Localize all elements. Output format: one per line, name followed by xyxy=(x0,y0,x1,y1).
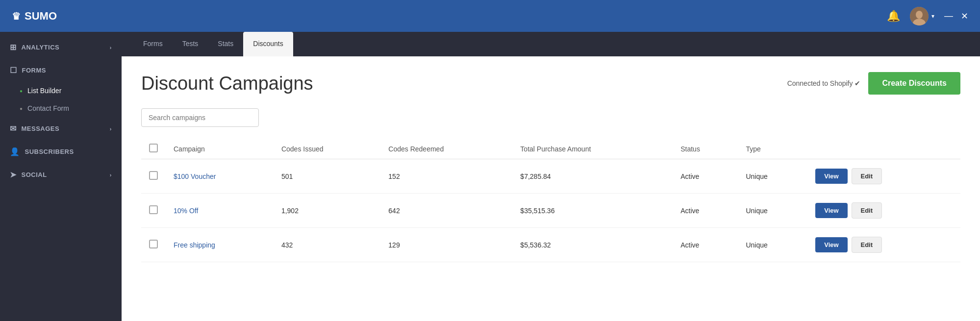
minimize-button[interactable]: — xyxy=(944,11,953,22)
sidebar-label-contact-form: Contact Form xyxy=(27,104,69,112)
search-input[interactable] xyxy=(141,108,259,127)
row-total-purchase-1: $35,515.36 xyxy=(512,194,673,228)
chevron-right-icon-social: › xyxy=(110,172,112,178)
avatar xyxy=(910,7,929,25)
campaign-link-1[interactable]: 10% Off xyxy=(174,207,198,215)
row-campaign-0: $100 Voucher xyxy=(166,159,274,194)
row-codes-issued-1: 1,902 xyxy=(274,194,380,228)
column-total-purchase: Total Purchase Amount xyxy=(512,139,673,159)
row-status-2: Active xyxy=(673,228,738,262)
avatar-caret-icon: ▾ xyxy=(931,13,934,20)
tab-stats[interactable]: Stats xyxy=(208,32,243,56)
column-status: Status xyxy=(673,139,738,159)
chevron-right-icon-messages: › xyxy=(110,126,112,132)
row-checkbox-1[interactable] xyxy=(149,205,158,214)
row-codes-redeemed-2: 129 xyxy=(380,228,512,262)
column-codes-redeemed: Codes Redeemed xyxy=(380,139,512,159)
edit-button-0[interactable]: Edit xyxy=(852,168,882,184)
tab-tests[interactable]: Tests xyxy=(173,32,208,56)
svg-point-1 xyxy=(916,11,923,19)
main-layout: ⊞ ANALYTICS › ☐ FORMS ● List Builder ● C… xyxy=(0,32,980,321)
row-actions-2: View Edit xyxy=(807,228,960,262)
page-title: Discount Campaigns xyxy=(141,73,313,94)
sidebar-label-social: SOCIAL xyxy=(22,171,47,178)
view-button-1[interactable]: View xyxy=(815,203,847,218)
campaign-link-2[interactable]: Free shipping xyxy=(174,241,215,249)
grid-icon: ⊞ xyxy=(10,43,17,52)
table-row: 10% Off 1,902 642 $35,515.36 Active Uniq… xyxy=(141,194,960,228)
sidebar-item-analytics[interactable]: ⊞ ANALYTICS › xyxy=(0,36,122,59)
row-actions-0: View Edit xyxy=(807,159,960,194)
sidebar-item-list-builder[interactable]: ● List Builder xyxy=(0,82,122,99)
sidebar: ⊞ ANALYTICS › ☐ FORMS ● List Builder ● C… xyxy=(0,32,122,321)
logo: ♛ SUMO xyxy=(12,10,57,23)
subscribers-icon: 👤 xyxy=(10,147,20,156)
forms-icon: ☐ xyxy=(10,66,17,75)
row-codes-issued-0: 501 xyxy=(274,159,380,194)
avatar-button[interactable]: ▾ xyxy=(910,7,934,25)
sidebar-item-subscribers[interactable]: 👤 SUBSCRIBERS xyxy=(0,140,122,163)
shopify-status-text: Connected to Shopify ✔ xyxy=(787,79,861,87)
view-button-0[interactable]: View xyxy=(815,169,847,184)
sidebar-label-subscribers: SUBSCRIBERS xyxy=(25,148,74,155)
edit-button-2[interactable]: Edit xyxy=(852,237,882,253)
campaign-link-0[interactable]: $100 Voucher xyxy=(174,173,216,180)
row-codes-redeemed-1: 642 xyxy=(380,194,512,228)
row-checkbox-cell xyxy=(141,194,166,228)
row-codes-redeemed-0: 152 xyxy=(380,159,512,194)
create-discounts-button[interactable]: Create Discounts xyxy=(868,72,960,95)
row-checkbox-cell xyxy=(141,228,166,262)
row-checkbox-cell xyxy=(141,159,166,194)
column-codes-issued: Codes Issued xyxy=(274,139,380,159)
page-header: Discount Campaigns Connected to Shopify … xyxy=(141,72,960,95)
sidebar-label-messages: MESSAGES xyxy=(22,125,60,132)
view-button-2[interactable]: View xyxy=(815,237,847,252)
sidebar-item-social[interactable]: ➤ SOCIAL › xyxy=(0,163,122,186)
top-bar: ♛ SUMO 🔔 ▾ — ✕ xyxy=(0,0,980,32)
column-campaign: Campaign xyxy=(166,139,274,159)
content-area: Forms Tests Stats Discounts Discount Cam… xyxy=(122,32,980,321)
logo-text: SUMO xyxy=(25,10,57,23)
sidebar-label-forms: FORMS xyxy=(22,67,46,74)
main-content: Discount Campaigns Connected to Shopify … xyxy=(122,56,980,321)
table-row: Free shipping 432 129 $5,536.32 Active U… xyxy=(141,228,960,262)
sidebar-label-list-builder: List Builder xyxy=(27,87,61,95)
bell-icon[interactable]: 🔔 xyxy=(887,10,900,23)
row-total-purchase-2: $5,536.32 xyxy=(512,228,673,262)
select-all-header xyxy=(141,139,166,159)
row-type-0: Unique xyxy=(738,159,807,194)
row-type-2: Unique xyxy=(738,228,807,262)
row-status-1: Active xyxy=(673,194,738,228)
edit-button-1[interactable]: Edit xyxy=(852,202,882,219)
row-campaign-2: Free shipping xyxy=(166,228,274,262)
close-button[interactable]: ✕ xyxy=(961,11,968,22)
top-bar-right: 🔔 ▾ — ✕ xyxy=(887,7,968,25)
row-checkbox-0[interactable] xyxy=(149,171,158,180)
row-actions-1: View Edit xyxy=(807,194,960,228)
sidebar-item-forms[interactable]: ☐ FORMS xyxy=(0,59,122,82)
window-controls: — ✕ xyxy=(944,11,968,22)
sidebar-item-messages[interactable]: ✉ MESSAGES › xyxy=(0,117,122,140)
column-actions xyxy=(807,139,960,159)
dot-inactive-icon: ● xyxy=(20,106,23,111)
tab-bar: Forms Tests Stats Discounts xyxy=(122,32,980,56)
row-status-0: Active xyxy=(673,159,738,194)
sidebar-item-contact-form[interactable]: ● Contact Form xyxy=(0,99,122,117)
column-type: Type xyxy=(738,139,807,159)
dot-active-icon: ● xyxy=(20,88,23,94)
select-all-checkbox[interactable] xyxy=(149,144,158,152)
tab-forms[interactable]: Forms xyxy=(133,32,173,56)
logo-crown-icon: ♛ xyxy=(12,10,21,22)
row-total-purchase-0: $7,285.84 xyxy=(512,159,673,194)
row-campaign-1: 10% Off xyxy=(166,194,274,228)
messages-icon: ✉ xyxy=(10,124,17,133)
table-row: $100 Voucher 501 152 $7,285.84 Active Un… xyxy=(141,159,960,194)
row-checkbox-2[interactable] xyxy=(149,240,158,248)
chevron-right-icon: › xyxy=(110,45,112,50)
tab-discounts[interactable]: Discounts xyxy=(243,32,293,56)
table-header-row: Campaign Codes Issued Codes Redeemed Tot… xyxy=(141,139,960,159)
header-right: Connected to Shopify ✔ Create Discounts xyxy=(787,72,960,95)
sidebar-label-analytics: ANALYTICS xyxy=(22,44,60,51)
row-codes-issued-2: 432 xyxy=(274,228,380,262)
row-type-1: Unique xyxy=(738,194,807,228)
